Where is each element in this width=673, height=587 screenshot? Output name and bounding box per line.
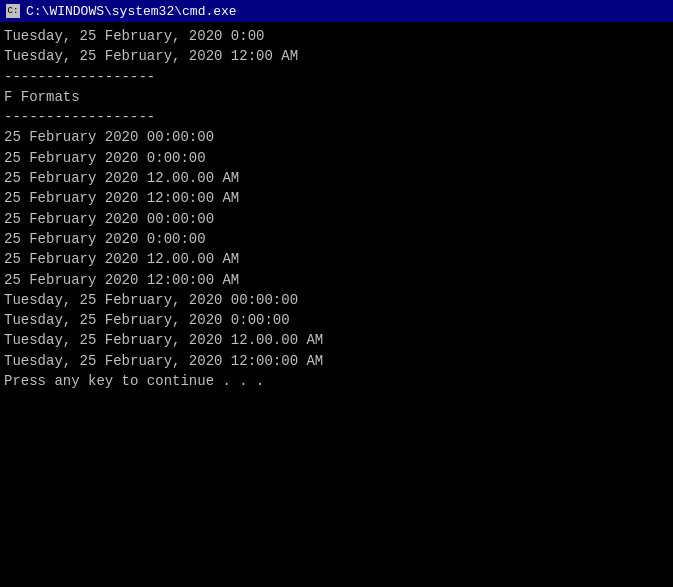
terminal-line: ------------------ — [4, 67, 669, 87]
terminal-line: 25 February 2020 12.00.00 AM — [4, 168, 669, 188]
terminal-line: 25 February 2020 0:00:00 — [4, 229, 669, 249]
terminal-line: 25 February 2020 00:00:00 — [4, 127, 669, 147]
terminal-line: Tuesday, 25 February, 2020 0:00:00 — [4, 310, 669, 330]
terminal-line: 25 February 2020 12:00:00 AM — [4, 270, 669, 290]
terminal-line: Tuesday, 25 February, 2020 12:00:00 AM — [4, 351, 669, 371]
terminal-line: Tuesday, 25 February, 2020 12:00 AM — [4, 46, 669, 66]
terminal-line: 25 February 2020 12:00:00 AM — [4, 188, 669, 208]
title-bar: C: C:\WINDOWS\system32\cmd.exe — [0, 0, 673, 22]
title-icon: C: — [6, 4, 20, 18]
terminal-body: Tuesday, 25 February, 2020 0:00Tuesday, … — [0, 22, 673, 587]
title-text: C:\WINDOWS\system32\cmd.exe — [26, 4, 667, 19]
terminal-line: F Formats — [4, 87, 669, 107]
terminal-line: 25 February 2020 12.00.00 AM — [4, 249, 669, 269]
terminal-line: Tuesday, 25 February, 2020 00:00:00 — [4, 290, 669, 310]
terminal-line: Tuesday, 25 February, 2020 0:00 — [4, 26, 669, 46]
terminal-line: ------------------ — [4, 107, 669, 127]
terminal-line: 25 February 2020 00:00:00 — [4, 209, 669, 229]
terminal-line: Press any key to continue . . . — [4, 371, 669, 391]
terminal-line: Tuesday, 25 February, 2020 12.00.00 AM — [4, 330, 669, 350]
terminal-line: 25 February 2020 0:00:00 — [4, 148, 669, 168]
